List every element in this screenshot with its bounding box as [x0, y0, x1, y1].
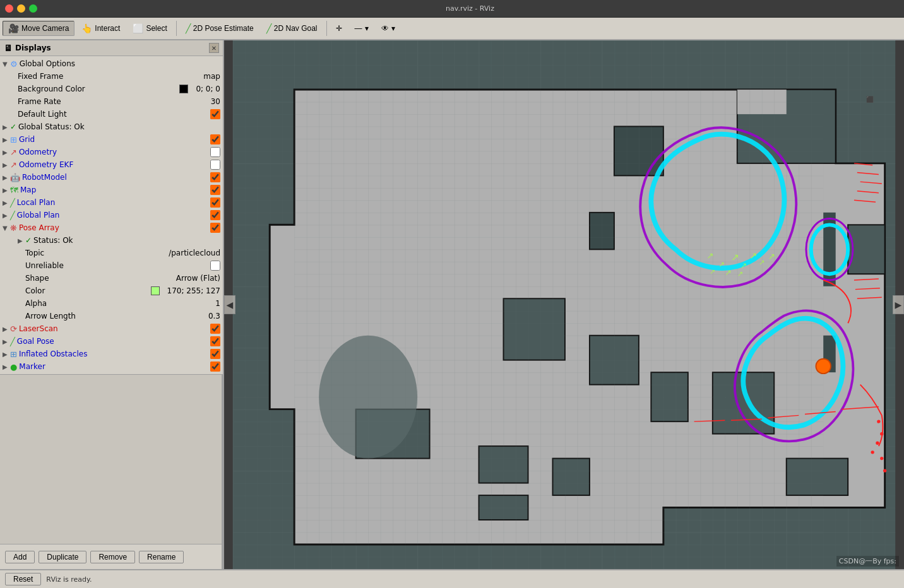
goal-pose-checkbox[interactable]: [210, 336, 220, 346]
tree-panel[interactable]: ▼ ⚙ Global Options Fixed Frame map Backg…: [0, 56, 223, 374]
laser-scan-icon: ⟳: [10, 324, 17, 334]
close-button[interactable]: [5, 4, 13, 13]
interact-button[interactable]: 👆 Interact: [76, 21, 126, 36]
svg-text:⬛: ⬛: [866, 95, 874, 103]
odometry-checkbox[interactable]: [210, 147, 220, 157]
displays-header: 🖥 Displays ✕: [0, 40, 223, 56]
grid-checkbox[interactable]: [210, 134, 220, 144]
pose-status-label: Status: Ok: [33, 236, 220, 245]
eye-button[interactable]: 👁 ▾: [376, 21, 401, 35]
canvas-scroll-left[interactable]: ◀: [224, 295, 235, 314]
svg-text:↗: ↗: [731, 252, 739, 263]
pose-array-expand[interactable]: ▼: [3, 225, 10, 232]
pose-array-row[interactable]: ▼ ❋ Pose Array: [0, 221, 223, 234]
inflated-obstacles-expand[interactable]: ▶: [3, 351, 10, 358]
frame-rate-value: 30: [206, 97, 220, 106]
select-button[interactable]: ⬜ Select: [127, 21, 172, 36]
marker-expand[interactable]: ▶: [3, 363, 10, 370]
add-button[interactable]: Add: [5, 551, 35, 563]
pose-alpha-value: 1: [210, 299, 220, 308]
svg-text:↗: ↗: [710, 268, 715, 276]
svg-point-53: [884, 469, 886, 472]
remove-button[interactable]: Remove: [90, 551, 135, 563]
laser-scan-row[interactable]: ▶ ⟳ LaserScan: [0, 322, 223, 335]
odometry-ekf-expand[interactable]: ▶: [3, 162, 10, 168]
default-light-label: Default Light: [18, 110, 210, 119]
robot-model-expand[interactable]: ▶: [3, 174, 10, 181]
maximize-button[interactable]: [29, 4, 37, 13]
reset-button[interactable]: Reset: [5, 573, 41, 585]
displays-label: Displays: [15, 44, 51, 52]
global-plan-icon: ╱: [10, 211, 15, 220]
move-camera-label: Move Camera: [21, 24, 69, 33]
minimize-button[interactable]: [17, 4, 25, 13]
global-options-row[interactable]: ▼ ⚙ Global Options: [0, 57, 223, 70]
pose-topic-label: Topic: [25, 249, 164, 257]
laser-scan-label: LaserScan: [19, 324, 210, 333]
crosshair-icon: ✛: [336, 24, 342, 33]
global-options-expand[interactable]: ▼: [3, 61, 10, 68]
nav-goal-label: 2D Nav Goal: [274, 24, 318, 33]
pose-estimate-icon: ╱: [186, 23, 191, 33]
rviz-viewport[interactable]: ↗ ↗ ↗ ↗ ↗ ↗ ↗ ↗ ↗ ↗: [224, 40, 904, 569]
pose-alpha-row: Alpha 1: [0, 297, 223, 310]
global-status-expand[interactable]: ▶: [3, 124, 10, 131]
grid-row[interactable]: ▶ ⊞ Grid: [0, 133, 223, 146]
odometry-ekf-checkbox[interactable]: [210, 160, 220, 170]
goal-pose-expand[interactable]: ▶: [3, 338, 10, 345]
global-plan-checkbox[interactable]: [210, 210, 220, 220]
move-camera-icon: 🎥: [8, 23, 19, 33]
local-plan-checkbox[interactable]: [210, 197, 220, 208]
map-checkbox[interactable]: [210, 185, 220, 195]
pose-color-swatch[interactable]: [151, 286, 160, 295]
marker-checkbox[interactable]: [210, 362, 220, 372]
watermark: CSDN@一By fps:: [836, 556, 899, 567]
odometry-expand[interactable]: ▶: [3, 149, 10, 156]
status-bar-left: Reset RViz is ready.: [5, 573, 92, 585]
duplicate-button[interactable]: Duplicate: [39, 551, 86, 563]
nav-goal-button[interactable]: ╱ 2D Nav Goal: [261, 21, 323, 36]
crosshair-button[interactable]: ✛: [330, 21, 348, 35]
global-status-row[interactable]: ▶ ✓ Global Status: Ok: [0, 121, 223, 133]
map-row[interactable]: ▶ 🗺 Map: [0, 184, 223, 196]
pose-array-label: Pose Array: [19, 223, 210, 232]
inflated-obstacles-label: Inflated Obstacles: [19, 350, 210, 358]
canvas-area[interactable]: ↗ ↗ ↗ ↗ ↗ ↗ ↗ ↗ ↗ ↗: [224, 40, 904, 569]
inflated-obstacles-row[interactable]: ▶ ⊞ Inflated Obstacles: [0, 348, 223, 360]
robot-model-icon: 🤖: [10, 173, 20, 182]
goal-pose-row[interactable]: ▶ ╱ Goal Pose: [0, 335, 223, 348]
robot-model-checkbox[interactable]: [210, 172, 220, 182]
grid-expand[interactable]: ▶: [3, 136, 10, 143]
laser-scan-checkbox[interactable]: [210, 324, 220, 334]
robot-model-label: RobotModel: [22, 173, 210, 182]
toolbar-separator-2: [326, 21, 327, 36]
displays-close-button[interactable]: ✕: [209, 43, 219, 53]
marker-row[interactable]: ▶ ● Marker: [0, 360, 223, 373]
odometry-row[interactable]: ▶ ↗ Odometry: [0, 146, 223, 158]
pose-status-expand[interactable]: ▶: [18, 237, 25, 244]
odometry-ekf-row[interactable]: ▶ ↗ Odometry EKF: [0, 158, 223, 171]
svg-point-49: [881, 433, 883, 435]
local-plan-expand[interactable]: ▶: [3, 199, 10, 206]
svg-text:↗: ↗: [768, 251, 775, 261]
laser-scan-expand[interactable]: ▶: [3, 326, 10, 332]
bg-color-swatch[interactable]: [179, 85, 188, 93]
default-light-checkbox[interactable]: [210, 109, 220, 119]
pose-unreliable-checkbox[interactable]: [210, 261, 220, 271]
global-plan-expand[interactable]: ▶: [3, 212, 10, 219]
canvas-scroll-right[interactable]: ▶: [893, 295, 904, 314]
pose-array-checkbox[interactable]: [210, 223, 220, 233]
inflated-obstacles-checkbox[interactable]: [210, 349, 220, 359]
eye-dropdown-icon: ▾: [391, 24, 395, 33]
map-expand[interactable]: ▶: [3, 187, 10, 194]
dash-button[interactable]: — ▾: [349, 21, 374, 35]
rename-button[interactable]: Rename: [139, 551, 184, 563]
dash-icon: —: [355, 24, 362, 33]
svg-point-48: [877, 420, 880, 423]
fixed-frame-row: Fixed Frame map: [0, 70, 223, 83]
pose-estimate-button[interactable]: ╱ 2D Pose Estimate: [180, 21, 259, 36]
move-camera-button[interactable]: 🎥 Move Camera: [3, 21, 74, 36]
local-plan-row[interactable]: ▶ ╱ Local Plan: [0, 196, 223, 209]
robot-model-row[interactable]: ▶ 🤖 RobotModel: [0, 171, 223, 184]
global-plan-row[interactable]: ▶ ╱ Global Plan: [0, 209, 223, 221]
